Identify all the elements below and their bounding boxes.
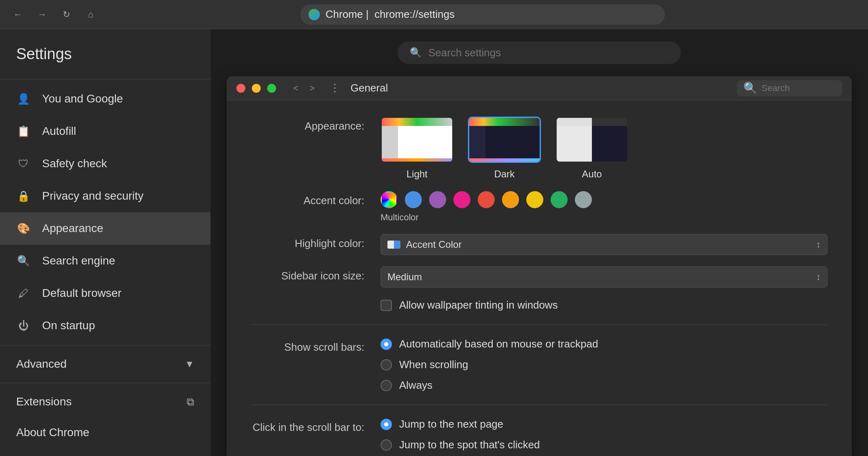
- accent-color-label: Accent color:: [251, 191, 381, 207]
- appearance-card-auto[interactable]: Auto: [555, 117, 628, 180]
- settings-title: Settings: [0, 45, 211, 76]
- appearance-label-light: Light: [406, 168, 428, 180]
- settings-content: Appearance:: [227, 100, 852, 456]
- accent-yellow[interactable]: [526, 191, 543, 208]
- forward-button[interactable]: →: [34, 6, 50, 23]
- preview-light-sidebar: [382, 126, 398, 162]
- highlight-color-dropdown[interactable]: Accent Color ↕: [381, 234, 828, 255]
- content-area: 🔍 < > ⋮ General 🔍: [211, 29, 868, 456]
- browser-icon: 🖊: [16, 286, 31, 300]
- address-bar[interactable]: Chrome | chrome://settings: [300, 4, 665, 25]
- power-icon: ⏻: [16, 318, 31, 333]
- advanced-label: Advanced: [16, 358, 67, 371]
- sidebar-icon-size-label: Sidebar icon size:: [251, 266, 381, 282]
- appearance-preview-auto: [555, 117, 628, 163]
- highlight-color-label: Highlight color:: [251, 234, 381, 250]
- click-scroll-label: Click in the scroll bar to:: [251, 418, 381, 434]
- accent-green[interactable]: [551, 191, 568, 208]
- mac-forward-button[interactable]: >: [306, 81, 319, 96]
- reload-button[interactable]: ↻: [58, 6, 74, 23]
- mac-window-title: General: [351, 82, 388, 94]
- appearance-preview-light: [381, 117, 453, 163]
- sidebar-label-search-engine: Search engine: [42, 254, 115, 267]
- appearance-label-dark: Dark: [494, 168, 515, 180]
- sidebar-icon-size-row: Sidebar icon size: Medium ↕: [251, 266, 828, 288]
- accent-orange[interactable]: [502, 191, 519, 208]
- sidebar-item-on-startup[interactable]: ⏻ On startup: [0, 309, 211, 342]
- appearance-card-light[interactable]: Light: [381, 117, 453, 180]
- appearance-cards: Light: [381, 117, 828, 180]
- sidebar-label-safety-check: Safety check: [42, 157, 107, 170]
- wallpaper-tinting-control: Allow wallpaper tinting in windows: [381, 299, 828, 311]
- mac-window: < > ⋮ General 🔍 Appearance:: [227, 76, 852, 456]
- about-chrome-label: About Chrome: [16, 426, 89, 439]
- sidebar-label-appearance: Appearance: [42, 222, 103, 235]
- scroll-auto-radio[interactable]: [381, 339, 392, 350]
- sidebar-item-appearance[interactable]: 🎨 Appearance: [0, 212, 211, 245]
- sidebar-item-advanced[interactable]: Advanced ▼: [0, 349, 211, 379]
- scroll-always-label: Always: [399, 379, 432, 392]
- accent-multicolor[interactable]: [381, 191, 398, 208]
- home-button[interactable]: ⌂: [83, 6, 99, 23]
- sidebar-item-extensions[interactable]: Extensions ⧉: [0, 386, 211, 417]
- scroll-when-scrolling-radio[interactable]: [381, 359, 392, 371]
- sidebar-divider-bottom: [0, 383, 211, 383]
- extensions-label: Extensions: [16, 395, 175, 408]
- sidebar-label-privacy-and-security: Privacy and security: [42, 190, 144, 202]
- settings-search[interactable]: 🔍: [398, 41, 681, 64]
- mac-search-input[interactable]: [762, 83, 852, 94]
- sidebar-label-on-startup: On startup: [42, 319, 95, 332]
- click-spot-clicked-row: Jump to the spot that's clicked: [381, 439, 828, 451]
- sidebar-item-default-browser[interactable]: 🖊 Default browser: [0, 277, 211, 309]
- mac-maximize-button[interactable]: [267, 84, 276, 93]
- scroll-auto-row: Automatically based on mouse or trackpad: [381, 338, 828, 350]
- sidebar-size-dropdown-arrows-icon: ↕: [816, 272, 821, 282]
- appearance-card-dark[interactable]: Dark: [468, 117, 541, 180]
- sidebar-item-autofill[interactable]: 📋 Autofill: [0, 115, 211, 147]
- preview-auto-bar: [557, 118, 627, 126]
- sidebar: Settings 👤 You and Google 📋 Autofill 🛡 S…: [0, 29, 211, 456]
- mac-grid-button[interactable]: ⋮: [326, 79, 344, 97]
- wallpaper-tinting-label: Allow wallpaper tinting in windows: [399, 299, 558, 311]
- mac-back-button[interactable]: <: [289, 81, 302, 96]
- sidebar-icon-size-dropdown[interactable]: Medium ↕: [381, 266, 828, 288]
- scroll-bars-row: Show scroll bars: Automatically based on…: [251, 338, 828, 392]
- mac-search-bar[interactable]: 🔍: [737, 80, 842, 96]
- accent-color-row: Accent color: Mu: [251, 191, 828, 223]
- back-button[interactable]: ←: [10, 6, 26, 23]
- mac-search-icon: 🔍: [743, 81, 757, 95]
- preview-light: [382, 118, 452, 162]
- search-icon: 🔍: [16, 254, 31, 268]
- wallpaper-checkbox-row: Allow wallpaper tinting in windows: [381, 299, 828, 311]
- search-input[interactable]: [428, 47, 669, 59]
- sidebar-item-you-and-google[interactable]: 👤 You and Google: [0, 83, 211, 115]
- sidebar-item-safety-check[interactable]: 🛡 Safety check: [0, 147, 211, 180]
- accent-purple[interactable]: [429, 191, 446, 208]
- accent-red[interactable]: [478, 191, 495, 208]
- click-scroll-radio-group: Jump to the next page Jump to the spot t…: [381, 418, 828, 451]
- scroll-always-radio[interactable]: [381, 380, 392, 391]
- click-next-page-row: Jump to the next page: [381, 418, 828, 430]
- wallpaper-tinting-checkbox[interactable]: [381, 300, 392, 311]
- accent-blue[interactable]: [405, 191, 422, 208]
- autofill-icon: 📋: [16, 124, 31, 139]
- click-next-page-radio[interactable]: [381, 419, 392, 430]
- lock-icon: 🔒: [16, 189, 31, 203]
- accent-gray[interactable]: [575, 191, 592, 208]
- accent-pink[interactable]: [453, 191, 470, 208]
- mac-minimize-button[interactable]: [252, 84, 261, 93]
- person-icon: 👤: [16, 92, 31, 106]
- appearance-setting-row: Appearance:: [251, 117, 828, 180]
- sidebar-label-default-browser: Default browser: [42, 287, 121, 300]
- mac-close-button[interactable]: [236, 84, 245, 93]
- sidebar-item-about-chrome[interactable]: About Chrome: [0, 417, 211, 448]
- sidebar-item-privacy-and-security[interactable]: 🔒 Privacy and security: [0, 180, 211, 212]
- sidebar-icon-size-value: Medium: [387, 271, 811, 283]
- click-spot-clicked-radio[interactable]: [381, 439, 392, 451]
- divider-2: [251, 405, 828, 405]
- appearance-control: Light: [381, 117, 828, 180]
- color-swatch: [387, 241, 400, 249]
- sidebar-item-search-engine[interactable]: 🔍 Search engine: [0, 245, 211, 277]
- main-layout: Settings 👤 You and Google 📋 Autofill 🛡 S…: [0, 29, 868, 456]
- preview-auto: [557, 118, 627, 162]
